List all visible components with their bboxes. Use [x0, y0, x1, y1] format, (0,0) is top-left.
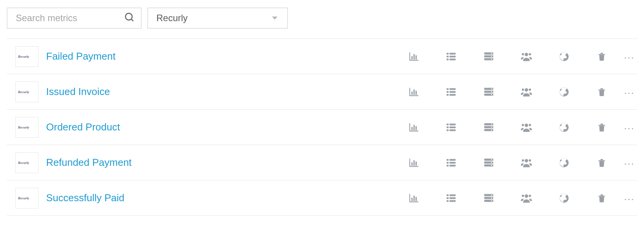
trash-icon[interactable]	[595, 85, 609, 99]
toolbar: Recurly	[7, 8, 637, 38]
list-icon[interactable]	[444, 120, 458, 134]
search-input[interactable]	[7, 8, 141, 28]
more-icon[interactable]: ...	[624, 192, 632, 205]
metric-row: Successfully Paid...	[7, 180, 637, 216]
globe-icon[interactable]	[557, 85, 571, 99]
users-icon[interactable]	[520, 191, 533, 205]
trash-icon[interactable]	[595, 156, 609, 170]
metric-name-link[interactable]: Failed Payment	[46, 50, 399, 62]
more-icon[interactable]: ...	[624, 156, 632, 169]
server-icon[interactable]	[482, 191, 496, 205]
row-actions: ...	[407, 191, 633, 205]
list-icon[interactable]	[444, 156, 458, 170]
search-icon	[124, 12, 135, 24]
search-metrics[interactable]	[7, 8, 141, 28]
list-icon[interactable]	[444, 191, 458, 205]
chart-icon[interactable]	[407, 156, 420, 170]
row-actions: ...	[407, 120, 633, 134]
users-icon[interactable]	[520, 156, 533, 170]
more-icon[interactable]: ...	[624, 85, 632, 98]
globe-icon[interactable]	[557, 156, 571, 170]
source-filter-select[interactable]: Recurly	[148, 8, 288, 28]
server-icon[interactable]	[482, 85, 496, 99]
metrics-list: Failed Payment...Issued Invoice...Ordere…	[7, 38, 637, 216]
metric-row: Refunded Payment...	[7, 145, 637, 180]
metric-name-link[interactable]: Successfully Paid	[46, 192, 399, 204]
trash-icon[interactable]	[595, 120, 609, 134]
brand-chip	[15, 46, 38, 67]
globe-icon[interactable]	[557, 191, 571, 205]
users-icon[interactable]	[520, 120, 533, 134]
metric-row: Issued Invoice...	[7, 74, 637, 110]
metric-row: Failed Payment...	[7, 39, 637, 74]
metric-name-link[interactable]: Refunded Payment	[46, 157, 399, 169]
brand-chip	[15, 82, 38, 102]
chart-icon[interactable]	[407, 85, 420, 99]
row-actions: ...	[407, 156, 633, 170]
brand-chip	[15, 117, 38, 138]
row-actions: ...	[407, 50, 633, 63]
server-icon[interactable]	[482, 50, 496, 63]
server-icon[interactable]	[482, 120, 496, 134]
metric-name-link[interactable]: Ordered Product	[46, 121, 399, 133]
trash-icon[interactable]	[595, 191, 609, 205]
brand-chip	[15, 188, 38, 209]
source-filter-value: Recurly	[156, 13, 188, 23]
metric-name-link[interactable]: Issued Invoice	[46, 86, 399, 98]
chart-icon[interactable]	[407, 191, 420, 205]
globe-icon[interactable]	[557, 50, 571, 63]
users-icon[interactable]	[520, 50, 533, 63]
brand-chip	[15, 152, 38, 173]
more-icon[interactable]: ...	[624, 121, 632, 134]
chart-icon[interactable]	[407, 120, 420, 134]
chart-icon[interactable]	[407, 50, 420, 63]
list-icon[interactable]	[444, 50, 458, 63]
globe-icon[interactable]	[557, 120, 571, 134]
metric-row: Ordered Product...	[7, 110, 637, 145]
users-icon[interactable]	[520, 85, 533, 99]
chevron-down-icon	[272, 17, 277, 20]
row-actions: ...	[407, 85, 633, 99]
more-icon[interactable]: ...	[624, 50, 632, 63]
list-icon[interactable]	[444, 85, 458, 99]
trash-icon[interactable]	[595, 50, 609, 63]
server-icon[interactable]	[482, 156, 496, 170]
